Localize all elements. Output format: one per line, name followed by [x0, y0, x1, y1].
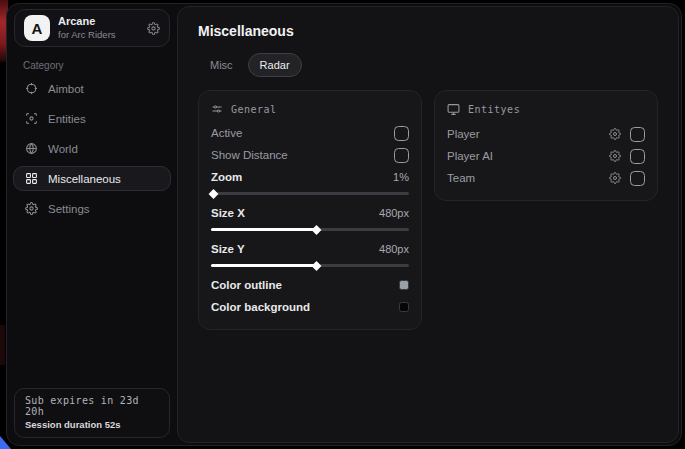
team-checkbox[interactable]	[630, 171, 645, 186]
size-y-slider-thumb[interactable]	[311, 261, 321, 271]
brand-settings-gear-icon[interactable]	[147, 22, 160, 35]
entities-card-title: Entityes	[468, 104, 520, 115]
size-y-slider[interactable]	[211, 264, 409, 267]
team-settings-gear-icon[interactable]	[609, 172, 621, 184]
setting-row-color-outline: Color outline	[211, 274, 409, 296]
player-ai-checkbox[interactable]	[630, 149, 645, 164]
zoom-slider[interactable]	[211, 192, 409, 195]
sidebar-nav: Aimbot Entities World Miscellaneous	[7, 76, 177, 221]
player-settings-gear-icon[interactable]	[609, 128, 621, 140]
tab-radar[interactable]: Radar	[248, 53, 302, 77]
size-x-slider[interactable]	[211, 228, 409, 231]
brand-subtitle: for Arc Riders	[58, 29, 116, 41]
show-distance-checkbox[interactable]	[394, 148, 409, 163]
app-logo: A	[24, 15, 50, 41]
globe-icon	[24, 142, 38, 155]
sidebar-item-miscellaneous[interactable]: Miscellaneous	[13, 166, 171, 191]
sidebar-item-label: World	[48, 143, 78, 155]
setting-label: Show Distance	[211, 149, 288, 161]
zoom-value: 1%	[393, 171, 409, 183]
sliders-icon	[211, 103, 223, 115]
session-duration-text: Session duration 52s	[25, 419, 159, 430]
screen: { "app": { "brand": { "initial": "A", "t…	[0, 0, 685, 449]
game-background-red-sliver-2	[0, 325, 5, 365]
entity-label: Team	[447, 172, 475, 184]
size-x-slider-thumb[interactable]	[311, 225, 321, 235]
sidebar-item-label: Entities	[48, 113, 86, 125]
general-card-title: General	[231, 104, 277, 115]
active-checkbox[interactable]	[394, 126, 409, 141]
sidebar-item-settings[interactable]: Settings	[13, 196, 171, 221]
setting-label: Size Y	[211, 243, 245, 255]
setting-row-active: Active	[211, 122, 409, 144]
setting-label: Active	[211, 127, 242, 139]
general-card: General Active Show Distance Zoom 1%	[198, 90, 422, 330]
entities-card: Entityes Player Player AI	[434, 90, 658, 201]
setting-label: Color background	[211, 301, 310, 313]
sidebar-item-world[interactable]: World	[13, 136, 171, 161]
setting-row-size-x: Size X 480px	[211, 202, 409, 224]
brand-title: Arcane	[58, 15, 116, 29]
size-y-value: 480px	[379, 243, 409, 255]
setting-label: Zoom	[211, 171, 242, 183]
sub-expiry-text: Sub expires in 23d 20h	[25, 395, 159, 417]
sidebar-item-label: Settings	[48, 203, 90, 215]
zoom-slider-thumb[interactable]	[209, 189, 219, 199]
entity-row-player: Player	[447, 123, 645, 145]
sidebar: A Arcane for Arc Riders Category Aimbot	[7, 4, 177, 445]
brand-card: A Arcane for Arc Riders	[14, 9, 170, 47]
scan-eye-icon	[24, 112, 38, 125]
player-checkbox[interactable]	[630, 127, 645, 142]
setting-row-zoom: Zoom 1%	[211, 166, 409, 188]
entity-row-team: Team	[447, 167, 645, 189]
player-ai-settings-gear-icon[interactable]	[609, 150, 621, 162]
subscription-info-card: Sub expires in 23d 20h Session duration …	[14, 388, 170, 438]
entity-label: Player AI	[447, 150, 493, 162]
sidebar-item-entities[interactable]: Entities	[13, 106, 171, 131]
sidebar-item-aimbot[interactable]: Aimbot	[13, 76, 171, 101]
category-label: Category	[23, 60, 177, 71]
page-title: Miscellaneous	[198, 23, 658, 39]
tab-bar: Misc Radar	[198, 53, 658, 77]
entity-row-player-ai: Player AI	[447, 145, 645, 167]
sidebar-item-label: Miscellaneous	[48, 173, 121, 185]
tab-misc[interactable]: Misc	[198, 53, 245, 77]
menu-window: A Arcane for Arc Riders Category Aimbot	[6, 3, 682, 446]
sidebar-item-label: Aimbot	[48, 83, 84, 95]
entity-label: Player	[447, 128, 480, 140]
monitor-icon	[447, 103, 460, 116]
setting-row-show-distance: Show Distance	[211, 144, 409, 166]
grid-icon	[24, 172, 38, 185]
color-background-swatch[interactable]	[399, 302, 409, 312]
crosshair-icon	[24, 82, 38, 95]
setting-row-size-y: Size Y 480px	[211, 238, 409, 260]
setting-label: Color outline	[211, 279, 282, 291]
main-panel: Miscellaneous Misc Radar General Active	[177, 6, 679, 443]
color-outline-swatch[interactable]	[399, 280, 409, 290]
setting-row-color-background: Color background	[211, 296, 409, 318]
gear-icon	[24, 202, 38, 215]
setting-label: Size X	[211, 207, 245, 219]
size-x-value: 480px	[379, 207, 409, 219]
